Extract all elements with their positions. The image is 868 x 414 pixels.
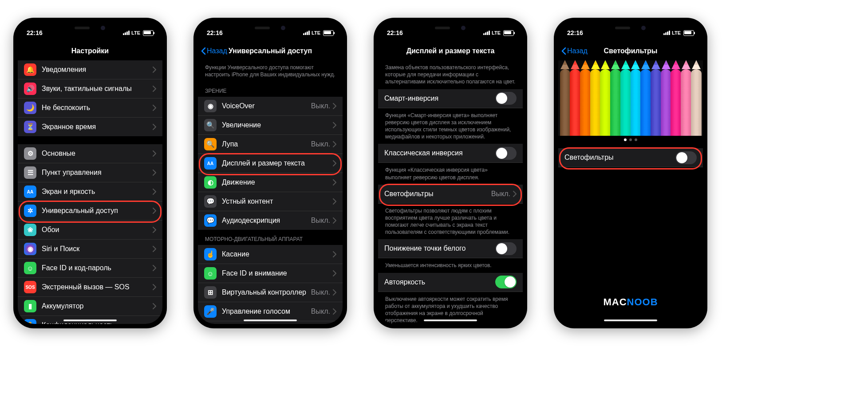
nav-bar: Настройки bbox=[18, 42, 162, 60]
row-icon: ◉ bbox=[24, 243, 36, 255]
settings-row[interactable]: ⏳Экранное время bbox=[18, 118, 162, 136]
chevron-right-icon bbox=[153, 284, 156, 290]
row-label: Движение bbox=[222, 178, 333, 186]
carrier: LTE bbox=[672, 30, 681, 35]
row-label: Не беспокоить bbox=[42, 104, 153, 112]
toggle-smart-inversion[interactable] bbox=[495, 92, 517, 105]
settings-row[interactable]: ▮Аккумулятор bbox=[18, 297, 162, 316]
row-detail: Выкл. bbox=[311, 308, 330, 315]
phone-2: 22:16 LTE Назад Универсальный доступ Фун… bbox=[193, 18, 347, 328]
pencils-preview[interactable] bbox=[558, 60, 703, 136]
pencil bbox=[631, 69, 641, 136]
chevron-right-icon bbox=[333, 270, 336, 276]
battery-icon bbox=[323, 30, 334, 36]
home-indicator[interactable] bbox=[424, 319, 477, 321]
row-icon: 💬 bbox=[204, 195, 217, 208]
row-label: Siri и Поиск bbox=[42, 245, 153, 253]
settings-row[interactable]: 🎤Управление голосомВыкл. bbox=[198, 302, 343, 321]
watermark: MACNOOB bbox=[558, 296, 703, 308]
row-label: Face ID и код-пароль bbox=[42, 264, 153, 272]
chevron-right-icon bbox=[153, 246, 156, 252]
row-label: Экран и яркость bbox=[42, 188, 153, 196]
row-icon: 🎤 bbox=[204, 305, 217, 318]
back-button[interactable]: Назад bbox=[561, 47, 588, 55]
row-label: Дисплей и размер текста bbox=[222, 159, 333, 167]
settings-row[interactable]: ☝Касание bbox=[198, 245, 343, 264]
settings-row[interactable]: ☺Face ID и код-пароль bbox=[18, 259, 162, 278]
settings-row[interactable]: AAЭкран и яркость bbox=[18, 182, 162, 201]
phone-4: 22:16 LTE Назад Светофильтры Светофильтр… bbox=[554, 18, 707, 328]
row-label: Управление голосом bbox=[222, 308, 311, 315]
settings-row[interactable]: AAДисплей и размер текста bbox=[198, 154, 343, 173]
row-icon: ◐ bbox=[204, 176, 217, 189]
row-icon: 🔊 bbox=[24, 83, 36, 95]
home-indicator[interactable] bbox=[63, 319, 117, 321]
page-title: Настройки bbox=[71, 47, 109, 55]
chevron-right-icon bbox=[153, 150, 156, 157]
row-icon: ◉ bbox=[204, 100, 217, 112]
settings-row[interactable]: ☺Face ID и внимание bbox=[198, 264, 343, 283]
row-color-filters[interactable]: Светофильтры Выкл. bbox=[378, 185, 523, 204]
settings-row[interactable]: ◉VoiceOverВыкл. bbox=[198, 97, 343, 116]
footer-text: Замена объектов пользовательского интерф… bbox=[378, 60, 523, 89]
page-title: Дисплей и размер текста bbox=[406, 47, 495, 55]
row-icon: 🔍 bbox=[204, 138, 217, 150]
chevron-right-icon bbox=[153, 124, 156, 130]
row-label: Звуки, тактильные сигналы bbox=[42, 85, 153, 93]
status-time: 22:16 bbox=[207, 29, 223, 36]
settings-row[interactable]: 🔔Уведомления bbox=[18, 60, 162, 79]
chevron-right-icon bbox=[333, 160, 336, 166]
settings-row[interactable]: 💬АудиодескрипцияВыкл. bbox=[198, 211, 343, 230]
back-button[interactable]: Назад bbox=[201, 47, 227, 55]
row-label: Смарт-инверсия bbox=[384, 95, 495, 103]
footer-text: Уменьшается интенсивность ярких цветов. bbox=[378, 258, 523, 272]
home-indicator[interactable] bbox=[244, 319, 297, 321]
settings-row[interactable]: ❀Обои bbox=[18, 221, 162, 240]
toggle-white-point[interactable] bbox=[495, 242, 517, 255]
settings-row[interactable]: ✲Универсальный доступ bbox=[18, 201, 162, 221]
row-smart-inversion[interactable]: Смарт-инверсия bbox=[378, 89, 523, 108]
signal-icon bbox=[483, 31, 490, 35]
nav-bar: Назад Универсальный доступ bbox=[198, 42, 343, 60]
row-icon: ☺ bbox=[24, 262, 36, 274]
chevron-right-icon bbox=[153, 303, 156, 309]
row-label: Понижение точки белого bbox=[384, 244, 495, 252]
row-label: Автояркость bbox=[384, 278, 495, 286]
toggle-classic-inversion[interactable] bbox=[495, 147, 517, 160]
settings-row[interactable]: ⊞Виртуальный контроллерВыкл. bbox=[198, 283, 343, 302]
pencil bbox=[691, 69, 702, 136]
carrier: LTE bbox=[312, 30, 320, 35]
settings-row[interactable]: ▢Боковая кнопка bbox=[198, 321, 343, 324]
status-time: 22:16 bbox=[387, 29, 403, 36]
settings-row[interactable]: 🔊Звуки, тактильные сигналы bbox=[18, 79, 162, 99]
status-time: 22:16 bbox=[567, 29, 583, 36]
row-color-filters-toggle[interactable]: Светофильтры bbox=[558, 148, 703, 167]
row-icon: ⏳ bbox=[24, 121, 36, 133]
row-detail: Выкл. bbox=[311, 288, 330, 296]
settings-row[interactable]: 🌙Не беспокоить bbox=[18, 99, 162, 118]
row-label: Лупа bbox=[222, 140, 311, 148]
row-classic-inversion[interactable]: Классическая инверсия bbox=[378, 144, 523, 163]
toggle-color-filters[interactable] bbox=[675, 151, 697, 164]
carrier: LTE bbox=[131, 30, 140, 35]
settings-row[interactable]: ⚙Основные bbox=[18, 144, 162, 163]
row-icon: 🌙 bbox=[24, 102, 36, 114]
settings-row[interactable]: ◐Движение bbox=[198, 173, 343, 192]
settings-row[interactable]: ◉Siri и Поиск bbox=[18, 240, 162, 259]
settings-row[interactable]: 🔍Увеличение bbox=[198, 116, 343, 135]
pencil bbox=[671, 69, 681, 136]
page-dots[interactable] bbox=[558, 136, 703, 144]
toggle-auto-brightness[interactable] bbox=[495, 276, 517, 288]
row-auto-brightness[interactable]: Автояркость bbox=[378, 273, 523, 292]
settings-row[interactable]: ☰Пункт управления bbox=[18, 163, 162, 182]
row-icon: ❀ bbox=[24, 224, 36, 236]
settings-row[interactable]: 💬Устный контент bbox=[198, 192, 343, 211]
home-indicator[interactable] bbox=[604, 319, 657, 321]
notch bbox=[55, 22, 126, 34]
chevron-right-icon bbox=[333, 122, 336, 128]
settings-row[interactable]: SOSЭкстренный вызов — SOS bbox=[18, 278, 162, 297]
settings-row[interactable]: 🔍ЛупаВыкл. bbox=[198, 135, 343, 154]
row-white-point[interactable]: Понижение точки белого bbox=[378, 239, 523, 258]
chevron-right-icon bbox=[333, 198, 336, 205]
page-title: Светофильтры bbox=[604, 47, 658, 55]
